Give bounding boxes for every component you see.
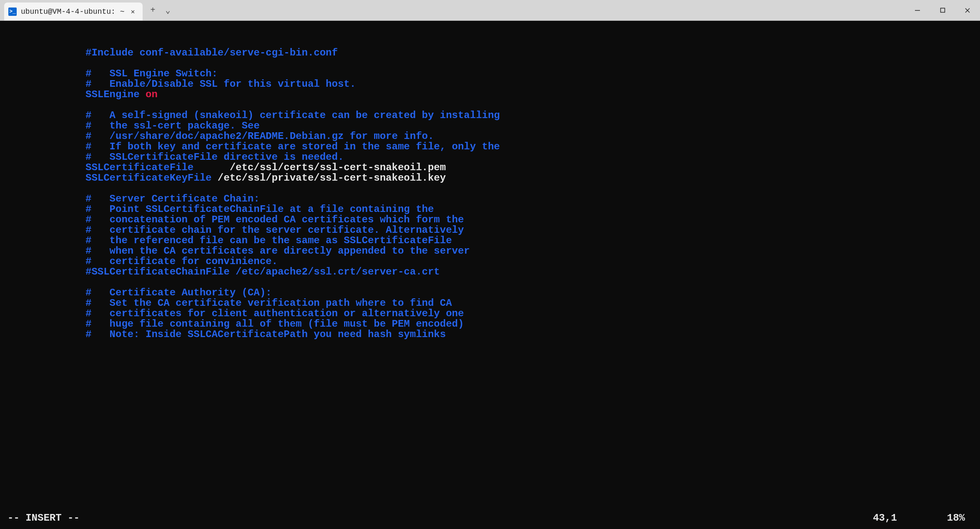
editor-line: # the referenced file can be the same as…	[0, 235, 980, 246]
tab-dropdown-button[interactable]: ⌄	[165, 5, 170, 15]
terminal-viewport[interactable]: #Include conf-available/serve-cgi-bin.co…	[0, 21, 980, 529]
editor-line: # Set the CA certificate verification pa…	[0, 298, 980, 308]
close-icon[interactable]: ✕	[128, 8, 137, 16]
editor-line: # A self-signed (snakeoil) certificate c…	[0, 110, 980, 121]
editor-line	[0, 100, 980, 110]
editor-line: # Server Certificate Chain:	[0, 194, 980, 204]
editor-line: SSLEngine on	[0, 89, 980, 100]
editor-line: # certificate for convinience.	[0, 256, 980, 267]
editor-line: # the ssl-cert package. See	[0, 121, 980, 131]
editor-line: # certificate chain for the server certi…	[0, 225, 980, 235]
minimize-button[interactable]	[905, 0, 930, 20]
editor-line: # Certificate Authority (CA):	[0, 287, 980, 298]
minimize-icon	[915, 8, 920, 13]
editor-line: #SSLCertificateChainFile /etc/apache2/ss…	[0, 267, 980, 277]
editor-line	[0, 58, 980, 68]
vim-mode: -- INSERT --	[0, 513, 80, 523]
window-controls	[905, 0, 980, 20]
editor-line	[0, 277, 980, 287]
editor-line: # huge file containing all of them (file…	[0, 319, 980, 329]
titlebar: >_ ubuntu@VM-4-4-ubuntu: ~ ✕ + ⌄	[0, 0, 980, 21]
tab-title: ubuntu@VM-4-4-ubuntu: ~	[21, 8, 124, 16]
vim-status-line: -- INSERT -- 43,1 18%	[0, 513, 980, 523]
tab-active[interactable]: >_ ubuntu@VM-4-4-ubuntu: ~ ✕	[4, 3, 143, 20]
powershell-icon: >_	[8, 8, 17, 16]
tab-actions: + ⌄	[143, 0, 178, 20]
editor-line: #Include conf-available/serve-cgi-bin.co…	[0, 48, 980, 58]
close-window-icon	[965, 8, 970, 13]
editor-line: # concatenation of PEM encoded CA certif…	[0, 214, 980, 225]
editor-line: # If both key and certificate are stored…	[0, 141, 980, 152]
editor-line: # /usr/share/doc/apache2/README.Debian.g…	[0, 131, 980, 141]
vim-cursor-position: 43,1	[873, 513, 947, 523]
maximize-button[interactable]	[930, 0, 955, 20]
editor-line: # Note: Inside SSLCACertificatePath you …	[0, 329, 980, 340]
new-tab-button[interactable]: +	[150, 5, 155, 15]
editor-line: # when the CA certificates are directly …	[0, 246, 980, 256]
editor-line: # certificates for client authentication…	[0, 308, 980, 319]
editor-line: # SSL Engine Switch:	[0, 68, 980, 79]
vim-scroll-percent: 18%	[947, 513, 980, 523]
svg-rect-1	[940, 8, 945, 13]
close-window-button[interactable]	[955, 0, 980, 20]
editor-line: SSLCertificateKeyFile /etc/ssl/private/s…	[0, 173, 980, 183]
editor-line: SSLCertificateFile /etc/ssl/certs/ssl-ce…	[0, 162, 980, 173]
maximize-icon	[940, 8, 945, 13]
editor-line: # Enable/Disable SSL for this virtual ho…	[0, 79, 980, 89]
editor-line	[0, 183, 980, 194]
editor-line: # SSLCertificateFile directive is needed…	[0, 152, 980, 162]
editor-line: # Point SSLCertificateChainFile at a fil…	[0, 204, 980, 214]
